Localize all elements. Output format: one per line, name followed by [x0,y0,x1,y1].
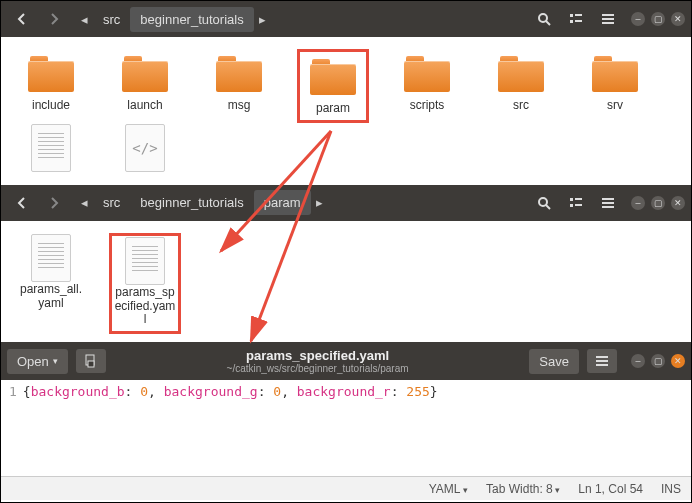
editor-toolbar: Open ▾ params_specified.yaml ~/catkin_ws… [1,342,691,380]
svg-rect-22 [596,364,608,366]
text-file-icon [27,127,75,169]
file-area-1: includelaunchmsgparamscriptssrcsrv [1,37,691,185]
list-view-icon[interactable] [561,189,591,217]
back-button[interactable] [7,5,37,33]
file-manager-toolbar-1: ◂ src beginner_tutorials ▸ – ▢ ✕ [1,1,691,37]
folder-item[interactable]: include [15,49,87,123]
crumb-param[interactable]: param [254,190,311,215]
editor-filename: params_specified.yaml [114,348,522,363]
crumb-sep-icon: ▸ [311,195,329,210]
item-label: param [316,102,350,116]
crumb-beginner-tutorials[interactable]: beginner_tutorials [130,190,253,215]
file-manager-toolbar-2: ◂ src beginner_tutorials param ▸ – ▢ ✕ [1,185,691,221]
svg-rect-16 [602,202,614,204]
crumb-src[interactable]: src [93,7,130,32]
crumb-beginner-tutorials[interactable]: beginner_tutorials [130,7,253,32]
status-insert-mode[interactable]: INS [661,482,681,496]
close-icon[interactable]: ✕ [671,354,685,368]
crumb-sep-icon: ◂ [75,12,93,27]
folder-item[interactable]: src [485,49,557,123]
text-file-icon [121,240,169,282]
folder-icon [309,56,357,98]
svg-rect-3 [575,14,582,16]
svg-rect-12 [575,198,582,200]
new-file-icon[interactable] [76,349,106,373]
menu-icon[interactable] [593,5,623,33]
forward-button[interactable] [39,189,69,217]
folder-item[interactable]: launch [109,49,181,123]
minimize-icon[interactable]: – [631,12,645,26]
svg-rect-14 [575,204,582,206]
folder-item[interactable]: param [297,49,369,123]
folder-icon [591,53,639,95]
back-button[interactable] [7,189,37,217]
item-label: msg [228,99,251,113]
svg-point-0 [539,14,547,22]
svg-rect-21 [596,360,608,362]
svg-rect-19 [88,361,94,367]
item-label: params_specified.yaml [114,286,176,327]
code-file-icon [121,127,169,169]
svg-rect-15 [602,198,614,200]
maximize-icon[interactable]: ▢ [651,196,665,210]
svg-rect-2 [570,14,573,17]
svg-rect-6 [602,14,614,16]
file-area-2: params_all.yamlparams_specified.yaml [1,221,691,342]
svg-rect-13 [570,204,573,207]
text-file-icon [27,237,75,279]
open-button[interactable]: Open ▾ [7,349,68,374]
folder-icon [215,53,263,95]
folder-item[interactable]: scripts [391,49,463,123]
status-language[interactable]: YAML [429,482,468,496]
svg-line-1 [546,21,550,25]
editor-body[interactable]: 1{background_b: 0, background_g: 0, back… [1,380,691,476]
file-item[interactable] [15,123,87,177]
svg-rect-4 [570,20,573,23]
save-button[interactable]: Save [529,349,579,374]
folder-item[interactable]: msg [203,49,275,123]
search-icon[interactable] [529,5,559,33]
file-item[interactable]: params_all.yaml [15,233,87,334]
editor-menu-icon[interactable] [587,349,617,373]
item-label: src [513,99,529,113]
maximize-icon[interactable]: ▢ [651,12,665,26]
breadcrumb-2: ◂ src beginner_tutorials param ▸ [75,189,329,217]
item-label: srv [607,99,623,113]
maximize-icon[interactable]: ▢ [651,354,665,368]
status-cursor-pos: Ln 1, Col 54 [578,482,643,496]
item-label: include [32,99,70,113]
folder-icon [121,53,169,95]
minimize-icon[interactable]: – [631,196,645,210]
menu-icon[interactable] [593,189,623,217]
close-icon[interactable]: ✕ [671,196,685,210]
list-view-icon[interactable] [561,5,591,33]
item-label: params_all.yaml [17,283,85,311]
folder-icon [27,53,75,95]
file-item[interactable] [109,123,181,177]
breadcrumb-1: ◂ src beginner_tutorials ▸ [75,5,272,33]
crumb-src[interactable]: src [93,190,130,215]
svg-rect-17 [602,206,614,208]
svg-rect-11 [570,198,573,201]
svg-rect-8 [602,22,614,24]
folder-icon [497,53,545,95]
crumb-sep-icon: ◂ [75,195,93,210]
crumb-sep-icon: ▸ [254,12,272,27]
search-icon[interactable] [529,189,559,217]
editor-title: params_specified.yaml ~/catkin_ws/src/be… [114,348,522,374]
item-label: launch [127,99,162,113]
editor-path: ~/catkin_ws/src/beginner_tutorials/param [114,363,522,374]
svg-rect-7 [602,18,614,20]
close-icon[interactable]: ✕ [671,12,685,26]
file-item[interactable]: params_specified.yaml [109,233,181,334]
folder-icon [403,53,451,95]
minimize-icon[interactable]: – [631,354,645,368]
svg-rect-20 [596,356,608,358]
item-label: scripts [410,99,445,113]
svg-line-10 [546,205,550,209]
line-number: 1 [9,384,17,399]
svg-rect-5 [575,20,582,22]
status-tabwidth[interactable]: Tab Width: 8 [486,482,560,496]
folder-item[interactable]: srv [579,49,651,123]
forward-button[interactable] [39,5,69,33]
